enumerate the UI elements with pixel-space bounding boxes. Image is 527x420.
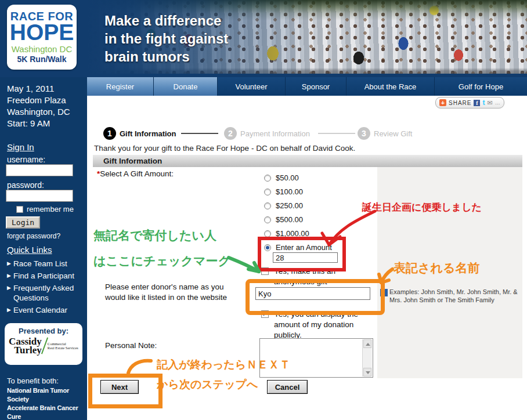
amount-option-250[interactable]: $250.00 [264,201,303,210]
tagline-line2: in the fight against [104,30,228,48]
page: RACE FOR HOPE Washington DC 5K Run/Walk … [0,0,527,420]
donor-name-label-line1: Please enter donor's name as you [105,283,223,291]
nav-tab-volunteer[interactable]: Volunteer [218,77,286,96]
benefit-org-2: Accelerate Brain Cancer Cure [7,404,87,420]
sign-in-link[interactable]: Sign In [7,142,34,152]
examples-text: Examples: John Smith, Mr. John Smith, Mr… [389,288,522,304]
benefit-org-1: National Brain Tumor Society [7,386,87,404]
step-2-label: Payment Information [240,129,310,138]
race-for-hope-logo[interactable]: RACE FOR HOPE Washington DC 5K Run/Walk [7,5,77,70]
logo-line2: HOPE [7,22,77,43]
quick-link-label: Find a Participant [13,271,74,281]
share-label: SHARE [449,100,471,106]
annotation-orange-next-line2: から次のステップへ [157,377,258,392]
step-3-circle: 3 [358,127,370,140]
sidebar-item-event-calendar[interactable]: ▶ Event Calendar [7,305,81,315]
cassidy-turley-logo: Cassidy Turley Commercial Real Estate Se… [5,337,82,354]
personal-note-label: Personal Note: [105,341,157,350]
nav-tab-golf-for-hope[interactable]: Golf for Hope [435,77,527,96]
textarea-scrollbar[interactable] [362,339,372,376]
quick-link-label: Race Team List [13,259,67,269]
step-3-label: Review Gift [374,129,412,138]
nav-tab-donate[interactable]: Donate [154,77,218,96]
event-city: Washington, DC [7,106,70,118]
arrow-down-icon [366,371,370,374]
facebook-icon[interactable] [474,100,480,106]
benefit-orgs: National Brain Tumor Society Accelerate … [7,386,87,420]
step-connector-2 [318,133,355,134]
brand-sub1: Commercial [48,342,78,346]
nav-tab-register[interactable]: Register [87,77,154,96]
logo-line3: Washington DC [7,44,77,55]
amount-option-100[interactable]: $100.00 [264,187,303,196]
bullet-arrow-icon: ▶ [7,271,11,281]
amount-option-500[interactable]: $500.00 [264,215,303,224]
bullet-arrow-icon: ▶ [7,259,11,269]
amount-option-label: $250.00 [276,201,303,210]
logo-line4: 5K Run/Walk [7,55,77,64]
annotation-orange-next-line1: 記入が終わったらＮＥＸＴ [157,357,290,372]
event-start-time: Start: 9 AM [7,118,70,129]
nav-tab-sponsor[interactable]: Sponsor [286,77,346,96]
forgot-password-link[interactable]: forgot password? [7,232,60,240]
username-label: username: [7,155,45,164]
header-tagline: Make a difference in the fight against b… [104,12,228,66]
scroll-up-button[interactable] [363,339,371,348]
quick-link-label: Event Calendar [13,305,67,315]
event-info: May 1, 2011 Freedom Plaza Washington, DC… [7,83,70,129]
username-input[interactable] [6,164,73,176]
bullet-arrow-icon: ▶ [7,283,11,303]
step-1-label: Gift Information [120,129,176,138]
password-label: password: [7,180,44,190]
sidebar-item-faq[interactable]: ▶ Frequently Asked Questions [7,283,81,303]
radio-icon[interactable] [264,230,271,237]
brand-sub2: Real Estate Services [48,346,78,350]
step-connector-1 [181,133,218,134]
login-button[interactable]: Login [6,216,40,229]
twitter-icon[interactable] [482,100,485,106]
arrow-up-icon [366,343,370,346]
amount-option-50[interactable]: $50.00 [264,173,299,182]
quick-links-title: Quick Links [7,245,52,255]
presented-by-box: Presented by: Cassidy Turley Commercial … [5,323,82,365]
orange-highlight-box-next [88,374,163,408]
bullet-arrow-icon: ▶ [7,305,11,315]
scroll-down-button[interactable] [363,368,371,376]
remember-me-checkbox[interactable] [16,206,23,213]
password-input[interactable] [6,190,73,202]
presented-by-title: Presented by: [5,327,82,335]
share-widget[interactable]: SHARE [435,97,504,108]
donor-name-label-line2: would like it listed in on the website [105,293,227,302]
annotation-red-note: 誕生日企画に便乗しました [362,201,482,214]
amount-option-label: $100.00 [276,187,303,196]
radio-icon[interactable] [264,189,271,195]
event-location: Freedom Plaza [7,95,70,106]
radio-icon[interactable] [264,216,271,223]
gift-amount-label: *Select A Gift Amount: [97,169,174,178]
annotation-green-line1: 無記名で寄付したい人 [93,227,216,244]
amount-option-label: $50.00 [276,173,299,182]
red-highlight-box-amount [258,237,346,271]
annotation-green-line2: はここにチェックマーク [93,253,230,269]
nav-tab-about-the-race[interactable]: About the Race [346,77,435,96]
donor-name-input[interactable] [255,287,370,300]
tagline-line3: brain tumors [104,48,228,66]
annotation-orange-name-note: 表記される名前 [394,260,479,276]
quick-link-label: Frequently Asked Questions [13,283,81,303]
radio-icon[interactable] [264,175,271,182]
email-icon[interactable] [487,100,492,106]
sidebar: May 1, 2011 Freedom Plaza Washington, DC… [0,77,87,420]
amount-option-label: $500.00 [276,215,303,224]
share-plus-icon [439,99,446,106]
share-more-icon [495,100,500,106]
event-date: May 1, 2011 [7,83,70,95]
sidebar-item-race-team-list[interactable]: ▶ Race Team List [7,259,81,269]
step-2-circle: 2 [224,127,237,140]
section-header: Gift Information [93,155,522,167]
header: RACE FOR HOPE Washington DC 5K Run/Walk … [0,0,527,77]
cancel-button[interactable]: Cancel [267,380,308,394]
tagline-line1: Make a difference [104,12,228,30]
radio-icon[interactable] [264,202,271,209]
thank-you-text: Thank you for your gift to the Race For … [94,144,355,153]
sidebar-item-find-a-participant[interactable]: ▶ Find a Participant [7,271,81,281]
